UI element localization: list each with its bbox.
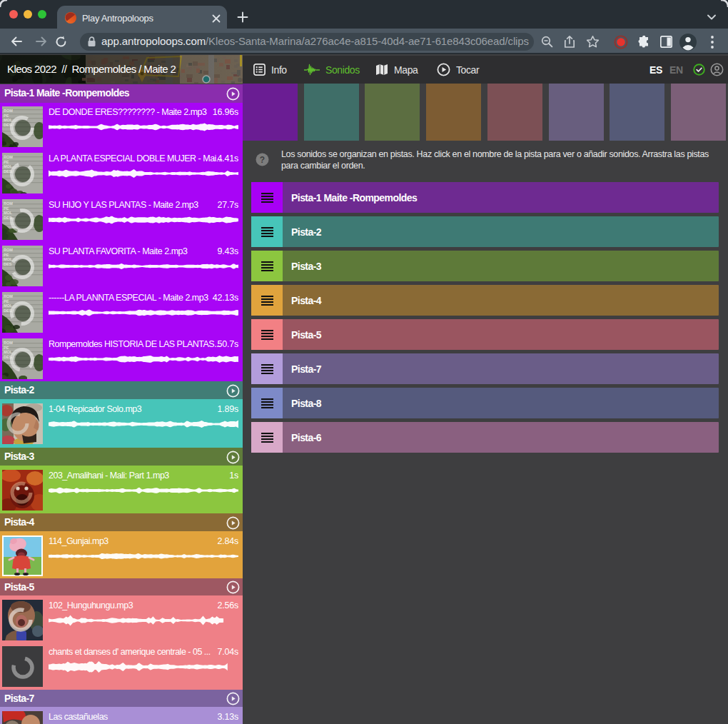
svg-text:MOL: MOL <box>4 211 13 215</box>
svg-text:ROM: ROM <box>4 294 13 298</box>
svg-text:PE: PE <box>4 253 9 257</box>
svg-text:ROM: ROM <box>4 201 13 206</box>
svg-text:MOL: MOL <box>4 118 13 122</box>
svg-text:MOL: MOL <box>4 164 13 169</box>
svg-text:PE: PE <box>4 160 9 164</box>
svg-text:MOL: MOL <box>4 257 13 261</box>
svg-text:ROM: ROM <box>4 155 13 159</box>
svg-text:DES: DES <box>4 262 12 266</box>
svg-text:ROM: ROM <box>4 341 13 345</box>
svg-text:ROM: ROM <box>4 109 13 113</box>
svg-text:ROM: ROM <box>4 248 13 252</box>
svg-text:PE: PE <box>4 114 9 118</box>
svg-text:MOL: MOL <box>4 303 13 308</box>
svg-text:MOL: MOL <box>4 350 13 354</box>
svg-text:PE: PE <box>4 346 9 350</box>
svg-text:?: ? <box>260 155 265 165</box>
svg-text:PE: PE <box>4 299 9 303</box>
svg-text:PE: PE <box>4 206 9 211</box>
